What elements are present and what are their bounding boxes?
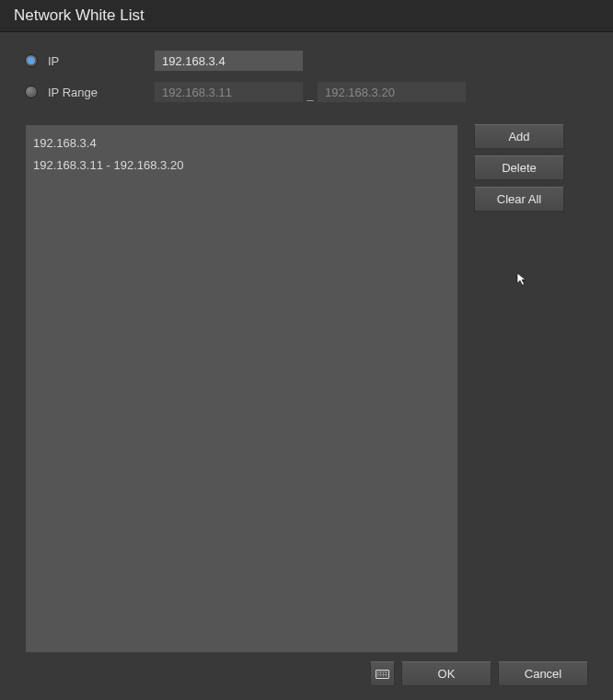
ip-row: IP bbox=[25, 45, 588, 76]
side-buttons: Add Delete Clear All bbox=[474, 124, 564, 653]
keyboard-icon bbox=[376, 670, 389, 679]
footer-buttons: OK Cancel bbox=[370, 661, 588, 686]
range-separator: _ bbox=[304, 88, 317, 101]
list-item[interactable]: 192.168.3.11 - 192.168.3.20 bbox=[33, 155, 450, 177]
ip-range-start-input[interactable] bbox=[154, 81, 304, 103]
whitelist-listbox[interactable]: 192.168.3.4 192.168.3.11 - 192.168.3.20 bbox=[25, 124, 458, 653]
cancel-button[interactable]: Cancel bbox=[498, 661, 588, 686]
list-item[interactable]: 192.168.3.4 bbox=[33, 132, 450, 155]
main-area: 192.168.3.4 192.168.3.11 - 192.168.3.20 … bbox=[25, 124, 588, 653]
ip-range-end-input[interactable] bbox=[317, 81, 467, 103]
content-area: IP IP Range _ 192.168.3.4 192.168.3.11 -… bbox=[0, 32, 613, 662]
ip-radio-label: IP bbox=[48, 54, 154, 68]
keyboard-button[interactable] bbox=[370, 661, 395, 686]
ok-button[interactable]: OK bbox=[401, 661, 492, 686]
clear-all-button[interactable]: Clear All bbox=[474, 187, 564, 212]
ip-radio[interactable] bbox=[25, 54, 38, 67]
delete-button[interactable]: Delete bbox=[474, 155, 564, 180]
ip-range-radio-label: IP Range bbox=[48, 86, 154, 99]
ip-input[interactable] bbox=[154, 50, 304, 72]
ip-range-radio[interactable] bbox=[25, 86, 38, 98]
window-title: Network White List bbox=[0, 0, 613, 32]
ip-range-row: IP Range _ bbox=[25, 76, 588, 108]
add-button[interactable]: Add bbox=[474, 124, 564, 149]
